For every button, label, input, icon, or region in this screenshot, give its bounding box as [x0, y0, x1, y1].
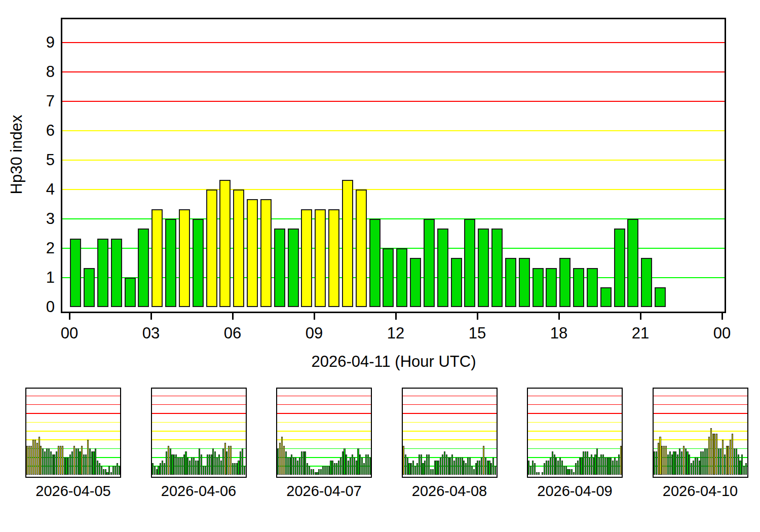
mini-hp30-bar: [663, 446, 665, 475]
mini-hp30-bar: [214, 451, 216, 475]
hp30-bar: [165, 219, 176, 307]
mini-hp30-bar: [293, 458, 294, 475]
x-tick-label: 03: [131, 324, 171, 343]
mini-grid-line-y8: [26, 404, 120, 405]
mini-hp30-bar: [112, 466, 114, 475]
mini-hp30-bar: [36, 443, 38, 475]
mini-hp30-bar: [618, 454, 620, 475]
mini-hp30-bar: [108, 466, 110, 475]
mini-grid-line-y8: [277, 404, 371, 405]
mini-hp30-bar: [203, 466, 204, 475]
mini-hp30-bar: [600, 454, 602, 475]
mini-hp30-bar: [671, 454, 673, 475]
mini-hp30-bar: [608, 458, 610, 475]
mini-hp30-bar: [567, 469, 568, 475]
mini-grid-line-y8: [528, 404, 622, 405]
mini-hp30-bar: [346, 454, 347, 475]
hp30-bar: [655, 287, 666, 307]
mini-hp30-bar: [193, 458, 195, 475]
mini-hp30-bar: [534, 463, 536, 475]
x-axis-tick: [721, 313, 723, 320]
mini-hp30-bar: [687, 451, 688, 475]
mini-hp30-bar: [488, 461, 490, 475]
mini-hp30-bar: [154, 466, 156, 475]
mini-hp30-bar: [416, 463, 418, 475]
mini-hp30-bar: [291, 454, 292, 475]
mini-hp30-bar: [71, 451, 73, 475]
mini-grid-line-y5: [528, 431, 622, 432]
mini-hp30-bar: [563, 466, 565, 475]
mini-hp30-bar: [354, 458, 355, 475]
hp30-bar: [410, 258, 421, 307]
hp30-bar: [138, 229, 149, 307]
mini-hp30-bar: [442, 454, 443, 475]
mini-hp30-bar: [336, 463, 337, 475]
mini-hp30-bar: [285, 451, 287, 475]
hp30-bar: [219, 180, 231, 307]
x-axis-tick: [558, 313, 560, 320]
mini-hp30-bar: [330, 461, 331, 475]
mini-grid-line-y6: [277, 422, 371, 423]
hp30-bar: [464, 219, 475, 307]
hp30-bar: [437, 229, 448, 307]
hp30-bar: [247, 199, 258, 307]
mini-hp30-bar: [240, 451, 241, 475]
mini-hp30-bar: [419, 454, 420, 475]
mini-hp30-bar: [536, 472, 538, 475]
mini-hp30-bar: [101, 466, 102, 475]
mini-hp30-bar: [40, 446, 42, 475]
mini-hp30-bar: [604, 458, 606, 475]
mini-hp30-bar: [28, 446, 30, 475]
mini-hp30-bar: [359, 454, 361, 475]
mini-hp30-bar: [67, 458, 69, 475]
mini-hp30-bar: [106, 472, 108, 475]
mini-hp30-bar: [743, 466, 745, 475]
x-axis-tick: [232, 313, 234, 320]
mini-hp30-bar: [78, 448, 79, 475]
hp30-bar: [260, 199, 272, 307]
mini-hp30-bar: [48, 448, 50, 475]
x-axis-title: 2026-04-11 (Hour UTC): [242, 353, 546, 371]
mini-hp30-bar: [449, 458, 451, 475]
mini-hp30-bar: [726, 446, 728, 475]
mini-grid-line-y7: [152, 413, 246, 414]
mini-hp30-bar: [741, 454, 743, 475]
mini-hp30-bar: [201, 454, 202, 475]
mini-hp30-bar: [579, 458, 581, 475]
mini-hp30-bar: [596, 448, 598, 475]
mini-hp30-bar: [583, 451, 584, 475]
mini-hp30-bar: [195, 461, 197, 475]
mini-hp30-bar: [714, 434, 715, 475]
mini-hp30-bar: [414, 466, 416, 475]
mini-hp30-bar: [691, 463, 692, 475]
mini-hp30-bar: [722, 440, 724, 475]
mini-hp30-bar: [119, 466, 120, 475]
mini-hp30-bar: [56, 451, 57, 475]
mini-hp30-bar: [734, 448, 735, 475]
mini-hp30-bar: [211, 454, 212, 475]
mini-hp30-bar: [575, 463, 577, 475]
y-tick-label: 9: [24, 33, 55, 52]
y-tick-label: 3: [24, 210, 55, 228]
mini-grid-line-y7: [277, 413, 371, 414]
mini-grid-line-y9: [654, 396, 747, 397]
mini-hp30-bar: [581, 458, 582, 475]
mini-grid-line-y3: [277, 448, 371, 449]
mini-hp30-bar: [307, 463, 308, 475]
mini-hp30-bar: [591, 454, 592, 475]
x-axis-tick: [314, 313, 315, 320]
mini-hp30-bar: [430, 469, 432, 475]
mini-hp30-bar: [95, 448, 96, 475]
mini-hp30-bar: [659, 437, 661, 475]
mini-hp30-bar: [446, 454, 447, 475]
mini-grid-line-y5: [277, 431, 371, 432]
mini-hp30-bar: [463, 461, 465, 475]
mini-chart-date-label: 2026-04-09: [509, 483, 641, 500]
mini-hp30-bar: [309, 466, 310, 475]
mini-grid-line-y5: [152, 431, 246, 432]
mini-grid-line-y6: [26, 422, 120, 423]
mini-hp30-bar: [695, 458, 696, 475]
hp30-bar: [559, 258, 571, 307]
mini-hp30-bar: [667, 454, 669, 475]
mini-hp30-bar: [54, 454, 55, 475]
